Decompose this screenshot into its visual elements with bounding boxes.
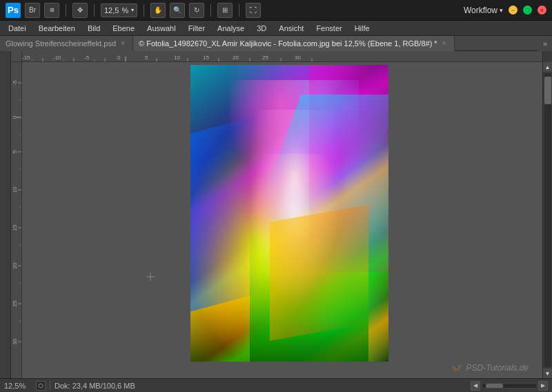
svg-text:30: 30 xyxy=(12,338,18,344)
svg-text:20: 20 xyxy=(233,55,239,61)
statusbar: 12,5% Dok: 23,4 MB/100,6 MB ◀ ▶ xyxy=(0,378,552,392)
zoom-display: 12,5% xyxy=(4,382,32,390)
horizontal-scrollbar: ◀ ▶ xyxy=(471,381,548,391)
titlebar: Ps Br ⊞ ✥ 12,5 % ▾ ✋ 🔍 ↻ ⊞ ⛶ Workflow ▾ … xyxy=(0,0,552,21)
scrollbar-right: ▲ ▼ xyxy=(542,62,552,378)
separator-1 xyxy=(66,4,66,17)
scroll-down-button[interactable]: ▼ xyxy=(543,369,553,378)
menu-auswahl[interactable]: Auswahl xyxy=(141,23,181,34)
tab-1-label: © Fotolia_14982670_XL Amir Kaljikovic - … xyxy=(139,39,437,48)
svg-text:-5: -5 xyxy=(12,80,18,86)
canvas-area[interactable]: -15 -10 -5 0 5 10 15 20 25 xyxy=(11,51,552,378)
separator-4 xyxy=(210,4,211,17)
zoom-unit: % xyxy=(121,6,128,14)
separator-3 xyxy=(144,4,144,17)
scrollbar-track-vertical[interactable] xyxy=(544,73,551,367)
bridge-icon[interactable]: Br xyxy=(25,3,40,18)
scrollbar-track-horizontal[interactable] xyxy=(482,383,537,389)
svg-point-49 xyxy=(39,384,43,388)
scroll-left-button[interactable]: ◀ xyxy=(471,381,480,391)
zoom-dropdown[interactable]: 12,5 % ▾ xyxy=(101,3,137,17)
zoom-chevron-icon: ▾ xyxy=(131,7,134,13)
tab-1-close[interactable]: × xyxy=(440,39,448,48)
close-button[interactable]: × xyxy=(538,6,546,14)
workflow-chevron-icon: ▾ xyxy=(500,7,503,14)
menu-hilfe[interactable]: Hilfe xyxy=(349,23,375,34)
menu-analyse[interactable]: Analyse xyxy=(212,23,250,34)
ruler-top: -15 -10 -5 0 5 10 15 20 25 xyxy=(22,51,542,62)
main-area: -15 -10 -5 0 5 10 15 20 25 xyxy=(0,51,552,378)
crosshair-cursor xyxy=(146,273,155,281)
menu-ansicht[interactable]: Ansicht xyxy=(273,23,309,34)
svg-text:5: 5 xyxy=(145,55,148,61)
workflow-button[interactable]: Workflow ▾ xyxy=(464,6,503,15)
rotate-icon[interactable]: ↻ xyxy=(189,3,204,18)
menu-datei[interactable]: Datei xyxy=(3,23,32,34)
photo-canvas xyxy=(190,65,388,362)
scrollbar-thumb-vertical[interactable] xyxy=(544,77,551,104)
separator-5 xyxy=(239,4,239,17)
watermark: 🦋 PSD-Tutorials.de xyxy=(451,363,529,373)
zoom-value: 12,5 xyxy=(104,6,119,14)
move-tool-icon[interactable]: ✥ xyxy=(72,3,88,18)
disk-info: Dok: 23,4 MB/100,6 MB xyxy=(55,382,135,390)
scroll-right-button[interactable]: ▶ xyxy=(538,381,548,391)
tabbar: Glowing Streifenscheineffekt.psd × © Fot… xyxy=(0,36,552,51)
menu-bild[interactable]: Bild xyxy=(82,23,106,34)
minimize-button[interactable]: − xyxy=(509,6,518,14)
ruler-left: -5 0 5 10 15 20 25 30 xyxy=(11,62,22,378)
mini-bridge-icon[interactable]: ⊞ xyxy=(44,3,59,18)
svg-text:15: 15 xyxy=(12,224,18,231)
watermark-text: PSD-Tutorials.de xyxy=(466,363,529,373)
tab-0[interactable]: Glowing Streifenscheineffekt.psd × xyxy=(0,36,133,51)
tab-0-close[interactable]: × xyxy=(119,39,127,48)
workflow-label: Workflow xyxy=(464,6,497,15)
tools-sidebar xyxy=(0,51,11,378)
tab-0-label: Glowing Streifenscheineffekt.psd xyxy=(6,39,116,48)
svg-text:-15: -15 xyxy=(22,55,30,61)
watermark-butterfly-icon: 🦋 xyxy=(451,363,461,373)
svg-text:30: 30 xyxy=(295,55,301,61)
titlebar-left: Ps Br ⊞ ✥ 12,5 % ▾ ✋ 🔍 ↻ ⊞ ⛶ xyxy=(6,3,261,18)
ps-logo-icon: Ps xyxy=(6,3,21,18)
svg-text:25: 25 xyxy=(262,55,268,61)
zoom-status-icon[interactable] xyxy=(36,381,46,391)
scrollbar-thumb-horizontal[interactable] xyxy=(486,384,503,388)
svg-text:10: 10 xyxy=(12,186,18,193)
svg-text:-5: -5 xyxy=(84,55,90,61)
svg-text:25: 25 xyxy=(12,300,18,306)
tab-1[interactable]: © Fotolia_14982670_XL Amir Kaljikovic - … xyxy=(133,36,455,51)
menu-fenster[interactable]: Fenster xyxy=(310,23,347,34)
svg-text:15: 15 xyxy=(203,55,209,61)
menu-filter[interactable]: Filter xyxy=(183,23,210,34)
svg-text:10: 10 xyxy=(174,55,180,61)
separator-2 xyxy=(94,4,95,17)
menu-ebene[interactable]: Ebene xyxy=(107,23,140,34)
svg-text:20: 20 xyxy=(12,262,18,268)
status-separator-1 xyxy=(50,381,50,391)
titlebar-right: Workflow ▾ − □ × xyxy=(464,6,546,15)
tab-overflow-button[interactable]: » xyxy=(538,36,552,51)
scroll-corner xyxy=(542,51,552,62)
menubar: Datei Bearbeiten Bild Ebene Auswahl Filt… xyxy=(0,21,552,36)
zoom-tool-icon[interactable]: 🔍 xyxy=(170,3,185,18)
svg-text:-10: -10 xyxy=(53,55,61,61)
scroll-up-button[interactable]: ▲ xyxy=(543,62,553,72)
grid-icon[interactable]: ⊞ xyxy=(217,3,233,18)
hand-tool-icon[interactable]: ✋ xyxy=(150,3,166,18)
maximize-button[interactable]: □ xyxy=(523,6,532,14)
menu-bearbeiten[interactable]: Bearbeiten xyxy=(33,23,81,34)
svg-text:5: 5 xyxy=(12,150,18,153)
frame-icon[interactable]: ⛶ xyxy=(246,3,261,18)
canvas-content[interactable]: 🦋 PSD-Tutorials.de xyxy=(22,62,542,378)
svg-text:0: 0 xyxy=(117,55,121,61)
ruler-corner xyxy=(11,51,22,62)
menu-3d[interactable]: 3D xyxy=(251,23,272,34)
